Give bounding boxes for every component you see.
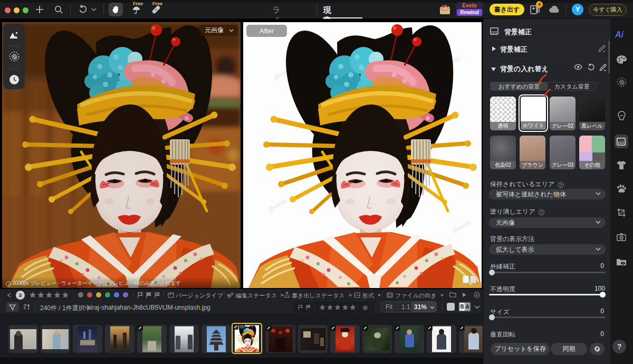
svg-text:@evoto: @evoto xyxy=(452,218,472,234)
svg-text:@evoto: @evoto xyxy=(267,197,287,213)
